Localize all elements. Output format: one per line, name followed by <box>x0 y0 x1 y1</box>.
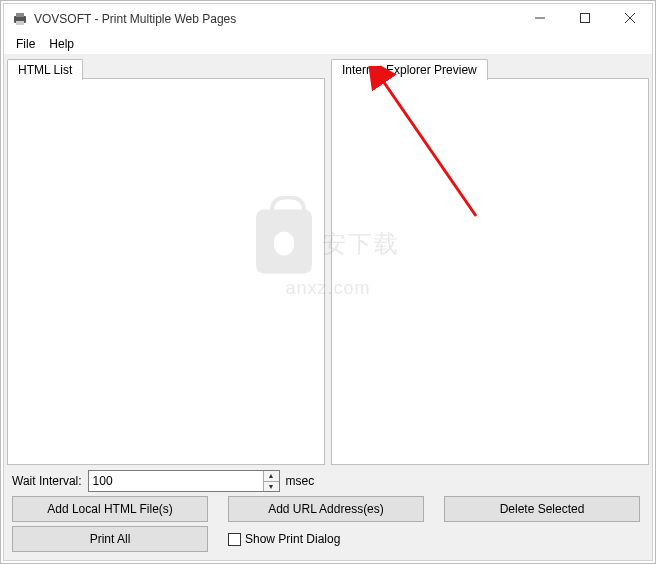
wait-interval-input[interactable] <box>89 471 263 491</box>
spinner-up-icon[interactable]: ▲ <box>264 471 279 482</box>
tab-ie-preview[interactable]: Internet Explorer Preview <box>331 59 488 80</box>
window-controls <box>517 4 652 34</box>
preview-body[interactable] <box>331 79 649 465</box>
show-print-dialog-checkbox[interactable]: Show Print Dialog <box>228 532 340 546</box>
svg-rect-4 <box>580 14 589 23</box>
titlebar: VOVSOFT - Print Multiple Web Pages <box>4 4 652 34</box>
add-local-html-button[interactable]: Add Local HTML File(s) <box>12 496 208 522</box>
window-title: VOVSOFT - Print Multiple Web Pages <box>34 12 517 26</box>
menubar: File Help <box>4 34 652 54</box>
menu-file[interactable]: File <box>10 35 41 53</box>
close-button[interactable] <box>607 4 652 32</box>
svg-rect-2 <box>16 21 24 25</box>
html-list-body[interactable] <box>7 79 325 465</box>
wait-interval-label: Wait Interval: <box>12 474 82 488</box>
delete-selected-button[interactable]: Delete Selected <box>444 496 640 522</box>
printer-icon <box>12 11 28 27</box>
add-url-button[interactable]: Add URL Address(es) <box>228 496 424 522</box>
maximize-button[interactable] <box>562 4 607 32</box>
menu-help[interactable]: Help <box>43 35 80 53</box>
print-all-button[interactable]: Print All <box>12 526 208 552</box>
preview-panel: Internet Explorer Preview <box>330 56 650 466</box>
show-print-dialog-label: Show Print Dialog <box>245 532 340 546</box>
svg-rect-1 <box>16 13 24 17</box>
spinner-down-icon[interactable]: ▼ <box>264 482 279 492</box>
checkbox-box-icon <box>228 533 241 546</box>
html-list-panel: HTML List <box>6 56 326 466</box>
tab-html-list[interactable]: HTML List <box>7 59 83 80</box>
msec-label: msec <box>286 474 315 488</box>
wait-interval-spinner[interactable]: ▲ ▼ <box>88 470 280 492</box>
minimize-button[interactable] <box>517 4 562 32</box>
